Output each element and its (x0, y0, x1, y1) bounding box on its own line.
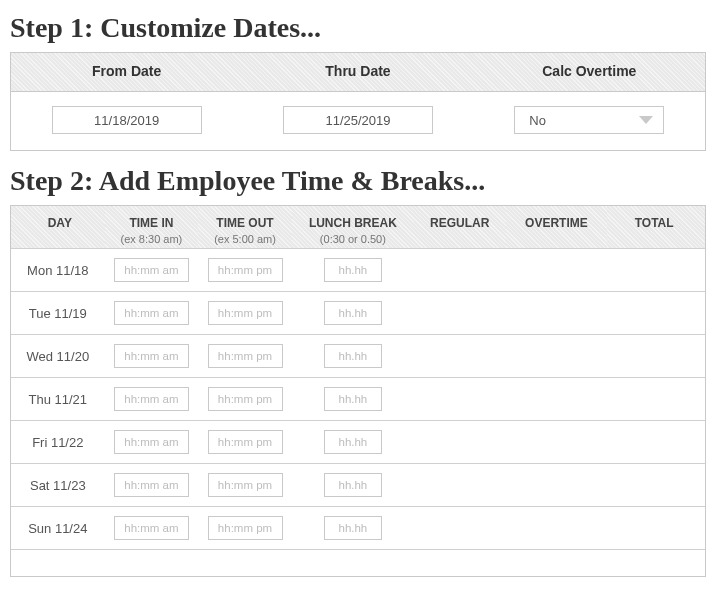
table-row: Sat 11/23 (11, 464, 705, 507)
day-cell: Fri 11/22 (11, 421, 105, 464)
th-time-out: TIME OUT(ex 5:00 am) (198, 206, 292, 249)
regular-cell (414, 292, 506, 335)
overtime-cell (506, 507, 608, 550)
step2-panel: DAY TIME IN(ex 8:30 am) TIME OUT(ex 5:00… (10, 205, 706, 577)
from-date-input[interactable] (52, 106, 202, 134)
th-day: DAY (11, 206, 105, 249)
regular-cell (414, 249, 506, 292)
th-overtime: OVERTIME (506, 206, 608, 249)
day-cell: Sun 11/24 (11, 507, 105, 550)
table-row: Tue 11/19 (11, 292, 705, 335)
lunch-input[interactable] (324, 301, 382, 325)
th-time-in: TIME IN(ex 8:30 am) (105, 206, 199, 249)
day-cell: Mon 11/18 (11, 249, 105, 292)
time-table: DAY TIME IN(ex 8:30 am) TIME OUT(ex 5:00… (11, 206, 705, 576)
overtime-cell (506, 378, 608, 421)
time-out-input[interactable] (208, 301, 283, 325)
calc-overtime-value: No (529, 113, 546, 128)
step1-body-row: No (11, 91, 705, 150)
step2-heading: Step 2: Add Employee Time & Breaks... (10, 165, 706, 197)
th-regular: REGULAR (414, 206, 506, 249)
day-cell: Sat 11/23 (11, 464, 105, 507)
table-row: Wed 11/20 (11, 335, 705, 378)
table-row: Mon 11/18 (11, 249, 705, 292)
svg-marker-0 (639, 116, 653, 124)
regular-cell (414, 378, 506, 421)
overtime-cell (506, 421, 608, 464)
calc-overtime-select[interactable]: No (514, 106, 664, 134)
thru-date-input[interactable] (283, 106, 433, 134)
table-row: Sun 11/24 (11, 507, 705, 550)
th-total: TOTAL (607, 206, 705, 249)
total-cell (607, 335, 705, 378)
time-out-input[interactable] (208, 258, 283, 282)
lunch-input[interactable] (324, 516, 382, 540)
total-cell (607, 507, 705, 550)
step1-header-row: From Date Thru Date Calc Overtime (11, 53, 705, 91)
total-cell (607, 249, 705, 292)
step1-panel: From Date Thru Date Calc Overtime No (10, 52, 706, 151)
time-in-input[interactable] (114, 301, 189, 325)
total-cell (607, 378, 705, 421)
lunch-input[interactable] (324, 387, 382, 411)
step1-heading: Step 1: Customize Dates... (10, 12, 706, 44)
day-cell: Wed 11/20 (11, 335, 105, 378)
table-row: Thu 11/21 (11, 378, 705, 421)
regular-cell (414, 335, 506, 378)
overtime-cell (506, 292, 608, 335)
overtime-cell (506, 335, 608, 378)
lunch-input[interactable] (324, 473, 382, 497)
day-cell: Thu 11/21 (11, 378, 105, 421)
table-row: Fri 11/22 (11, 421, 705, 464)
time-out-input[interactable] (208, 344, 283, 368)
step1-col-from-label: From Date (11, 53, 242, 91)
chevron-down-icon (639, 116, 653, 125)
total-cell (607, 421, 705, 464)
step1-col-calc-label: Calc Overtime (474, 53, 705, 91)
regular-cell (414, 421, 506, 464)
lunch-input[interactable] (324, 430, 382, 454)
total-cell (607, 292, 705, 335)
regular-cell (414, 464, 506, 507)
step1-col-thru-label: Thru Date (242, 53, 473, 91)
time-in-input[interactable] (114, 258, 189, 282)
lunch-input[interactable] (324, 258, 382, 282)
time-out-input[interactable] (208, 473, 283, 497)
time-in-input[interactable] (114, 473, 189, 497)
overtime-cell (506, 464, 608, 507)
regular-cell (414, 507, 506, 550)
overtime-cell (506, 249, 608, 292)
time-in-input[interactable] (114, 430, 189, 454)
day-cell: Tue 11/19 (11, 292, 105, 335)
lunch-input[interactable] (324, 344, 382, 368)
table-footer-row (11, 550, 705, 576)
total-cell (607, 464, 705, 507)
time-out-input[interactable] (208, 430, 283, 454)
time-in-input[interactable] (114, 516, 189, 540)
time-out-input[interactable] (208, 516, 283, 540)
th-lunch: LUNCH BREAK(0:30 or 0.50) (292, 206, 414, 249)
time-in-input[interactable] (114, 344, 189, 368)
time-out-input[interactable] (208, 387, 283, 411)
time-in-input[interactable] (114, 387, 189, 411)
